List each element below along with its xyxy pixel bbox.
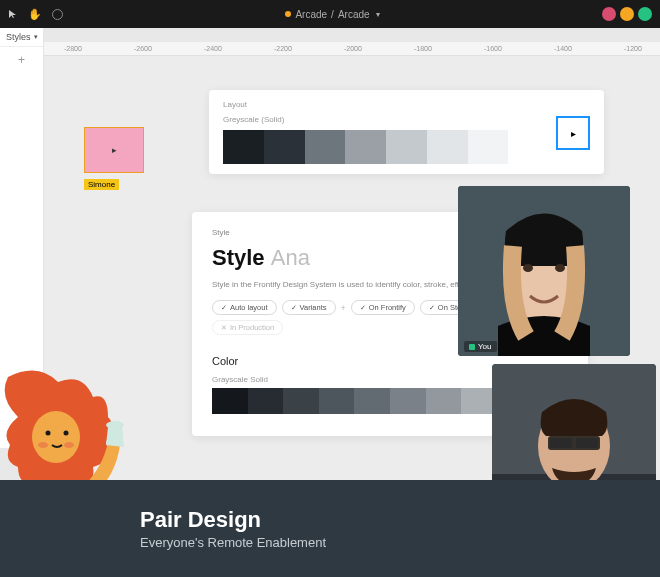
promo-banner: Pair Design Everyone's Remote Enablement: [0, 480, 660, 577]
panel-heading: Layout: [223, 100, 590, 109]
horizontal-ruler: -2800 -2600 -2400 -2200 -2000 -1800 -160…: [44, 42, 660, 56]
hand-icon[interactable]: ✋: [28, 8, 42, 21]
banner-title: Pair Design: [140, 507, 326, 533]
check-icon: ✓: [429, 304, 435, 312]
page-name: Arcade: [338, 9, 370, 20]
svg-point-12: [32, 411, 80, 463]
ruler-tick: -1600: [484, 45, 502, 52]
svg-point-16: [64, 442, 74, 448]
ruler-tick: -2200: [274, 45, 292, 52]
collaborator-selection: ▸ Simone: [84, 127, 144, 191]
color-swatch[interactable]: [319, 388, 355, 414]
ruler-tick: -2800: [64, 45, 82, 52]
video-label-self: You: [464, 341, 497, 352]
color-swatch[interactable]: [390, 388, 426, 414]
color-swatch[interactable]: [223, 130, 264, 164]
swatch-row: [223, 130, 590, 164]
svg-point-15: [38, 442, 48, 448]
video-tile-self[interactable]: You: [458, 186, 630, 356]
ruler-tick: -2400: [204, 45, 222, 52]
selected-swatch[interactable]: ▸: [556, 116, 590, 150]
comment-icon[interactable]: [52, 9, 63, 20]
pointer-icon[interactable]: [8, 9, 18, 19]
color-swatch[interactable]: [345, 130, 386, 164]
svg-point-5: [555, 264, 565, 272]
cursor-icon: ▸: [571, 128, 576, 139]
banner-subtitle: Everyone's Remote Enablement: [140, 535, 326, 550]
svg-point-13: [46, 431, 51, 436]
style-title-main: Style: [212, 245, 265, 270]
color-swatch[interactable]: [468, 130, 509, 164]
check-icon: ✓: [221, 304, 227, 312]
webcam-feed: [458, 186, 630, 356]
mic-active-icon: [469, 344, 475, 350]
app-topbar: ✋ Arcade / Arcade ▾: [0, 0, 660, 28]
ruler-tick: -2000: [344, 45, 362, 52]
color-swatch[interactable]: [283, 388, 319, 414]
color-swatch[interactable]: [354, 388, 390, 414]
chevron-down-icon: ▾: [34, 33, 38, 41]
tag-in-production[interactable]: ✕In Production: [212, 320, 283, 335]
panel-subheading: Greyscale (Solid): [223, 115, 590, 124]
color-swatch[interactable]: [386, 130, 427, 164]
svg-rect-10: [550, 438, 572, 448]
breadcrumb-sep: /: [331, 9, 334, 20]
avatar[interactable]: [602, 7, 616, 21]
ruler-tick: -1400: [554, 45, 572, 52]
topbar-collaborators: [602, 7, 652, 21]
ruler-tick: -2600: [134, 45, 152, 52]
color-swatch[interactable]: [212, 388, 248, 414]
color-swatch[interactable]: [426, 388, 462, 414]
svg-point-14: [64, 431, 69, 436]
project-name: Arcade: [295, 9, 327, 20]
selection-frame: ▸: [84, 127, 144, 173]
color-swatch[interactable]: [264, 130, 305, 164]
collaborator-name-tag: Simone: [84, 179, 119, 190]
svg-point-23: [106, 421, 124, 429]
color-swatch[interactable]: [305, 130, 346, 164]
avatar[interactable]: [638, 7, 652, 21]
plus-icon[interactable]: +: [341, 303, 346, 313]
tag-variants[interactable]: ✓Variants: [282, 300, 336, 315]
tag-auto-layout[interactable]: ✓Auto layout: [212, 300, 277, 315]
sidebar-tab-styles[interactable]: Styles ▾: [0, 28, 43, 47]
topbar-tools: ✋: [8, 8, 63, 21]
project-color-dot: [285, 11, 291, 17]
ruler-tick: -1200: [624, 45, 642, 52]
style-title-placeholder[interactable]: Ana: [271, 245, 310, 270]
layout-panel: Layout Greyscale (Solid) ▸: [209, 90, 604, 174]
tag-on-frontify[interactable]: ✓On Frontify: [351, 300, 415, 315]
color-swatch[interactable]: [508, 130, 549, 164]
add-button[interactable]: +: [0, 47, 43, 73]
svg-rect-11: [576, 438, 598, 448]
breadcrumb[interactable]: Arcade / Arcade ▾: [285, 9, 379, 20]
cursor-icon: ▸: [112, 145, 117, 155]
ruler-tick: -1800: [414, 45, 432, 52]
avatar[interactable]: [620, 7, 634, 21]
chevron-down-icon[interactable]: ▾: [376, 10, 380, 19]
color-swatch[interactable]: [427, 130, 468, 164]
x-icon: ✕: [221, 324, 227, 332]
color-swatch[interactable]: [248, 388, 284, 414]
sidebar-tab-label: Styles: [6, 32, 31, 42]
check-icon: ✓: [360, 304, 366, 312]
check-icon: ✓: [291, 304, 297, 312]
svg-point-4: [523, 264, 533, 272]
